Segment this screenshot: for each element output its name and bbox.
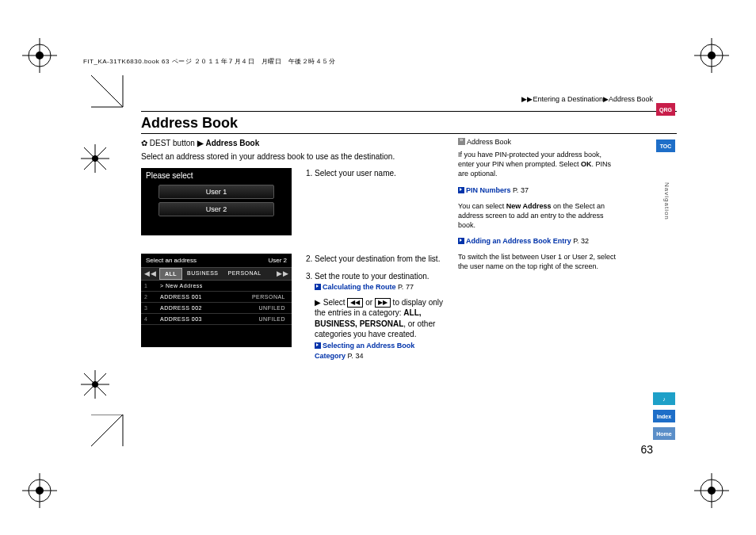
section-label-navigation: Navigation — [663, 182, 670, 220]
link-adding-entry[interactable]: Adding an Address Book Entry P. 32 — [458, 236, 617, 246]
tab-prev-icon: ◀◀ — [141, 268, 159, 280]
steps-2-3: Select your destination from the list. S… — [304, 254, 446, 368]
user-2-button: User 2 — [158, 202, 274, 216]
screenshot-select-address: Select an address User 2 ◀◀ ALL BUSINESS… — [141, 254, 292, 347]
table-row: 3ADDRESS 002UNFILED — [141, 303, 292, 314]
nav-target: Address Book — [205, 139, 259, 147]
svg-line-16 — [91, 415, 123, 446]
next-category-icon: ▶▶ — [375, 298, 391, 308]
breadcrumb: ▶▶Entering a Destination▶Address Book — [521, 95, 653, 103]
link-calculating-route[interactable]: Calculating the Route P. 77 — [315, 283, 414, 291]
side-tabs: QRG TOC — [656, 103, 675, 152]
navigation-path: ✿ DEST button ▶ Address Book — [141, 139, 259, 147]
registration-mark-icon — [694, 473, 734, 513]
step-3: Set the route to your destination. Calcu… — [315, 271, 446, 361]
screen2-user: User 2 — [268, 257, 287, 264]
link-icon — [458, 238, 464, 244]
sidebar-notes: Address Book If you have PIN-protected y… — [458, 137, 617, 278]
star-mark-icon — [79, 143, 111, 174]
sidebar-heading: Address Book — [458, 137, 617, 147]
note-icon — [458, 138, 465, 145]
tab-next-icon: ▶▶ — [273, 268, 292, 280]
tab-home[interactable]: Home — [653, 427, 675, 440]
step-1: Select your user name. — [304, 168, 446, 258]
page-title: Address Book — [141, 115, 238, 132]
step-1-text: Select your user name. — [315, 168, 446, 179]
tab-all: ALL — [159, 268, 182, 280]
link-pin-numbers[interactable]: PIN Numbers P. 37 — [458, 185, 617, 195]
screenshot-please-select: Please select User 1 User 2 — [141, 168, 292, 235]
nav-pre: DEST button — [150, 139, 195, 147]
tab-index[interactable]: Index — [653, 410, 675, 422]
source-file-header: FIT_KA-31TK6830.book 63 ページ ２０１１年７月４日 月曜… — [83, 57, 335, 66]
link-icon — [458, 187, 464, 193]
tab-qrg[interactable]: QRG — [656, 103, 675, 116]
star-mark-icon — [79, 369, 111, 400]
crop-line-icon — [91, 415, 139, 462]
prev-category-icon: ◀◀ — [347, 298, 363, 308]
tab-business: BUSINESS — [182, 268, 223, 280]
crop-line-icon — [91, 75, 139, 123]
svg-line-4 — [91, 75, 123, 107]
step-3-text: Set the route to your destination. — [315, 272, 430, 281]
tab-personal: PERSONAL — [223, 268, 266, 280]
tab-toc[interactable]: TOC — [656, 139, 675, 152]
link-icon — [315, 284, 321, 290]
nav-arrow: ▶ — [197, 139, 204, 147]
step-2-text: Select your destination from the list. — [315, 254, 446, 265]
bottom-side-tabs: ♪ Index Home — [653, 392, 675, 440]
registration-mark-icon — [694, 38, 734, 78]
user-1-button: User 1 — [158, 185, 274, 199]
table-row: 4ADDRESS 003UNFILED — [141, 314, 292, 325]
page-number: 63 — [640, 443, 653, 456]
intro-text: Select an address stored in your address… — [141, 152, 442, 161]
table-row: 2ADDRESS 001PERSONAL — [141, 292, 292, 303]
link-address-category[interactable]: Selecting an Address Book Category P. 34 — [315, 342, 414, 361]
tab-voice-icon[interactable]: ♪ — [653, 392, 675, 405]
table-row: 1> New Address — [141, 281, 292, 292]
divider — [141, 133, 677, 134]
registration-mark-icon — [22, 38, 62, 78]
address-table: 1> New Address 2ADDRESS 001PERSONAL 3ADD… — [141, 281, 292, 325]
link-icon — [315, 342, 321, 349]
screen2-title: Select an address — [146, 257, 197, 264]
screen-title: Please select — [141, 168, 292, 182]
registration-mark-icon — [22, 473, 62, 513]
sidebar-p3: To switch the list between User 1 or Use… — [458, 252, 617, 271]
dest-icon: ✿ — [141, 139, 150, 147]
divider — [141, 111, 677, 112]
